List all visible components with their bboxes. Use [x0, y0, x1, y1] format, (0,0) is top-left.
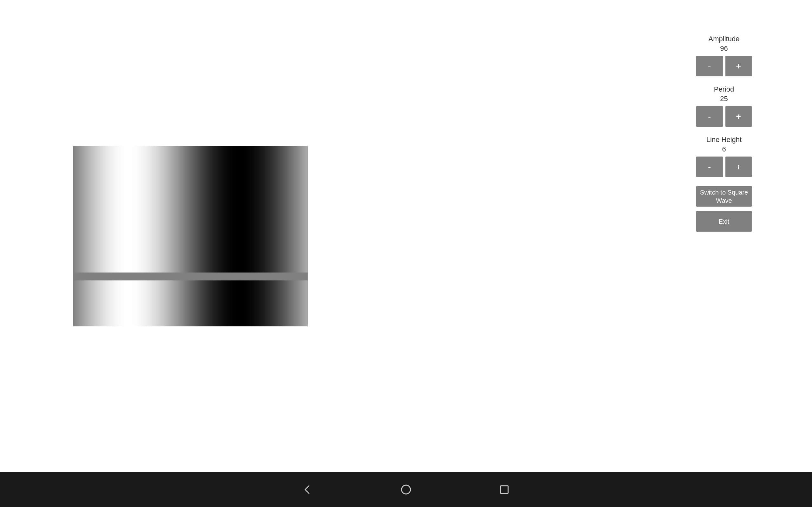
wave-canvas	[73, 146, 308, 326]
line-height-label: Line Height	[706, 135, 742, 144]
exit-button[interactable]: Exit	[696, 211, 752, 232]
main-area	[0, 0, 812, 472]
switch-wave-button[interactable]: Switch to Square Wave	[696, 186, 752, 207]
amplitude-label: Amplitude	[709, 35, 740, 43]
back-button[interactable]	[300, 482, 316, 498]
amplitude-value: 96	[720, 44, 728, 53]
period-decrement-button[interactable]: -	[696, 106, 723, 127]
line-height-buttons: - +	[696, 157, 752, 177]
line-height-increment-button[interactable]: +	[725, 157, 752, 177]
amplitude-decrement-button[interactable]: -	[696, 56, 723, 76]
period-increment-button[interactable]: +	[725, 106, 752, 127]
period-label: Period	[714, 85, 734, 94]
amplitude-buttons: - +	[696, 56, 752, 76]
period-buttons: - +	[696, 106, 752, 127]
svg-rect-1	[501, 486, 508, 493]
amplitude-increment-button[interactable]: +	[725, 56, 752, 76]
line-height-control: Line Height 6 - +	[696, 135, 752, 177]
wave-display	[73, 146, 308, 326]
recents-button[interactable]	[496, 482, 512, 498]
home-button[interactable]	[398, 482, 414, 498]
period-control: Period 25 - +	[696, 85, 752, 127]
line-height-decrement-button[interactable]: -	[696, 157, 723, 177]
amplitude-control: Amplitude 96 - +	[696, 35, 752, 76]
period-value: 25	[720, 95, 728, 103]
control-panel: Amplitude 96 - + Period 25 - + Line Heig…	[696, 35, 752, 236]
nav-bar	[0, 472, 812, 507]
svg-point-0	[402, 485, 410, 494]
line-height-value: 6	[722, 145, 726, 153]
